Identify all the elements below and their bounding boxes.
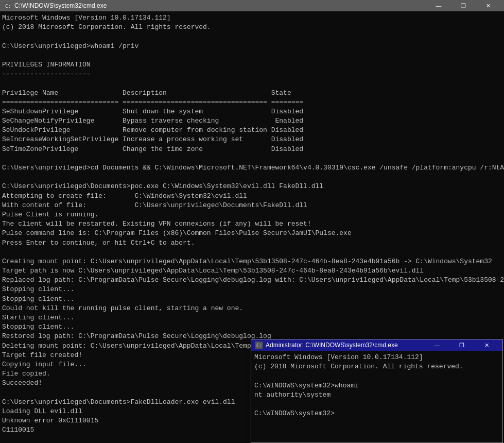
admin-cmd-icon: C:\: [255, 342, 263, 349]
admin-window-title: Administrator: C:\WINDOWS\system32\cmd.e…: [266, 342, 398, 349]
title-bar-left: C:\ C:\WINDOWS\system32\cmd.exe: [4, 2, 107, 9]
title-bar-controls: — ❐ ✕: [427, 0, 500, 11]
admin-close-button[interactable]: ✕: [475, 339, 498, 351]
admin-maximize-button[interactable]: ❐: [450, 339, 474, 351]
svg-text:C:\: C:\: [5, 4, 11, 9]
svg-text:C:\: C:\: [256, 343, 263, 348]
admin-title-bar-controls: — ❐ ✕: [425, 339, 498, 351]
main-title-bar: C:\ C:\WINDOWS\system32\cmd.exe — ❐ ✕: [0, 0, 504, 11]
admin-minimize-button[interactable]: —: [425, 339, 449, 351]
cmd-icon: C:\: [4, 2, 11, 9]
main-window-title: C:\WINDOWS\system32\cmd.exe: [14, 2, 107, 9]
maximize-button[interactable]: ❐: [451, 0, 475, 11]
admin-title-bar: C:\ Administrator: C:\WINDOWS\system32\c…: [251, 339, 502, 351]
close-button[interactable]: ✕: [476, 0, 500, 11]
minimize-button[interactable]: —: [427, 0, 450, 11]
admin-content: Microsoft Windows [Version 10.0.17134.11…: [251, 351, 502, 442]
admin-title-bar-left: C:\ Administrator: C:\WINDOWS\system32\c…: [255, 342, 398, 349]
admin-cmd-window: C:\ Administrator: C:\WINDOWS\system32\c…: [251, 339, 503, 443]
